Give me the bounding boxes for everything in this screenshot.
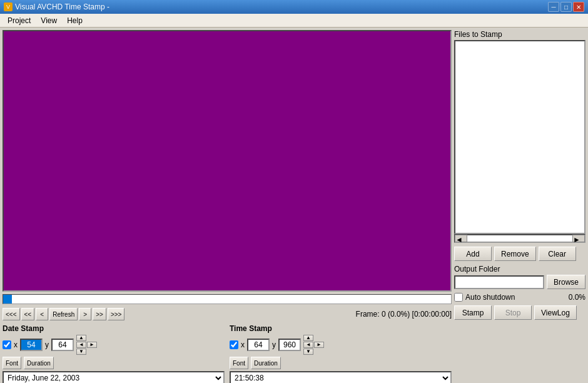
files-list[interactable]	[454, 40, 585, 234]
auto-shutdown-row: Auto shutdown 0.0%	[454, 293, 585, 302]
menu-help[interactable]: Help	[62, 15, 88, 26]
scroll-track[interactable]	[467, 235, 572, 242]
maximize-button[interactable]: □	[560, 2, 572, 12]
time-stamp-y-label: y	[272, 340, 276, 349]
date-stamp-right-btn[interactable]: ►	[87, 342, 97, 348]
time-stamp-up-btn[interactable]: ▲	[303, 335, 313, 341]
time-stamp-row3: 21:50:38	[230, 371, 452, 383]
date-stamp-row1: x y ▲ ◄ ► ▼	[3, 335, 225, 355]
time-stamp-row2: Font Duration	[230, 357, 452, 369]
date-stamp-y-input[interactable]	[51, 339, 74, 351]
title-text: Visual AVCHD Time Stamp -	[15, 3, 109, 11]
date-stamp-down-btn[interactable]: ▼	[76, 349, 86, 355]
main-container: <<< << < Refresh > >> >>> Frame: 0 (0.0%…	[0, 28, 588, 383]
menu-project[interactable]: Project	[3, 15, 36, 26]
time-stamp-y-input[interactable]	[278, 339, 301, 351]
horiz-scrollbar[interactable]: ◄ ►	[454, 234, 585, 243]
close-button[interactable]: ✕	[573, 2, 584, 12]
viewlog-button[interactable]: ViewLog	[534, 305, 577, 320]
time-stamp-checkbox[interactable]	[230, 340, 238, 349]
nav-prev-prev-button[interactable]: <<	[21, 308, 35, 320]
date-stamp-x-label: x	[14, 340, 18, 349]
date-stamp-left-btn[interactable]: ◄	[76, 342, 86, 348]
date-stamp-arrow-group: ▲ ◄ ► ▼	[76, 335, 97, 355]
video-preview	[3, 30, 452, 292]
controls-row: <<< << < Refresh > >> >>> Frame: 0 (0.0%…	[3, 307, 452, 322]
title-bar: V Visual AVCHD Time Stamp - ─ □ ✕	[0, 0, 588, 14]
remove-button[interactable]: Remove	[494, 247, 536, 261]
time-stamp-duration-button[interactable]: Duration	[251, 357, 281, 369]
time-stamp-row1: x y ▲ ◄ ► ▼	[230, 335, 452, 355]
auto-shutdown-checkbox[interactable]	[454, 293, 463, 302]
minimize-button[interactable]: ─	[548, 2, 559, 12]
date-stamp-group: Date Stamp x y ▲ ◄ ► ▼	[3, 324, 225, 380]
left-panel: <<< << < Refresh > >> >>> Frame: 0 (0.0%…	[3, 30, 452, 380]
date-stamp-up-btn[interactable]: ▲	[76, 335, 86, 341]
time-stamp-arrow-group: ▲ ◄ ► ▼	[303, 335, 324, 355]
date-stamp-row2: Font Duration	[3, 357, 225, 369]
output-label: Output Folder	[454, 265, 585, 273]
stop-button[interactable]: Stop	[494, 305, 532, 320]
nav-controls: <<< << < Refresh > >> >>>	[3, 308, 124, 320]
menu-view[interactable]: View	[36, 15, 62, 26]
scroll-right-btn[interactable]: ►	[572, 235, 585, 242]
files-label: Files to Stamp	[454, 30, 585, 39]
output-row: Browse	[454, 275, 585, 289]
time-stamp-dropdown[interactable]: 21:50:38	[230, 371, 452, 383]
progress-bar-container[interactable]	[3, 294, 452, 304]
date-stamp-x-input[interactable]	[20, 339, 43, 351]
nav-prev-button[interactable]: <	[36, 308, 48, 320]
bottom-buttons-row: Stamp Stop ViewLog	[454, 305, 585, 320]
date-stamp-title: Date Stamp	[3, 324, 225, 333]
time-stamp-right-btn[interactable]: ►	[314, 342, 324, 348]
app-icon: V	[4, 3, 13, 11]
date-stamp-font-button[interactable]: Font	[3, 357, 21, 369]
files-section: Files to Stamp ◄ ►	[454, 30, 585, 243]
nav-last-button[interactable]: >>>	[108, 308, 125, 320]
nav-refresh-button[interactable]: Refresh	[49, 308, 78, 320]
nav-next-button[interactable]: >	[79, 308, 91, 320]
output-section: Output Folder Browse	[454, 265, 585, 289]
time-stamp-lr-row: ◄ ►	[303, 342, 324, 348]
auto-shutdown-label: Auto shutdown	[465, 293, 515, 302]
time-stamp-group: Time Stamp x y ▲ ◄ ► ▼	[230, 324, 452, 380]
browse-button[interactable]: Browse	[547, 275, 585, 289]
time-stamp-font-button[interactable]: Font	[230, 357, 248, 369]
files-buttons: Add Remove Clear	[454, 247, 585, 261]
menu-bar: Project View Help	[0, 14, 588, 28]
time-stamp-down-btn[interactable]: ▼	[303, 349, 313, 355]
date-stamp-y-label: y	[45, 340, 49, 349]
nav-next-next-button[interactable]: >>	[93, 308, 106, 320]
scroll-left-btn[interactable]: ◄	[455, 235, 467, 242]
stamp-button[interactable]: Stamp	[454, 305, 492, 320]
time-stamp-left-btn[interactable]: ◄	[303, 342, 313, 348]
time-stamp-title: Time Stamp	[230, 324, 452, 333]
time-stamp-x-label: x	[241, 340, 245, 349]
nav-first-button[interactable]: <<<	[3, 308, 20, 320]
time-stamp-x-input[interactable]	[247, 339, 270, 351]
progress-bar-fill	[3, 295, 12, 304]
clear-button[interactable]: Clear	[539, 247, 576, 261]
date-stamp-dropdown[interactable]: Friday, June 22, 2003	[3, 371, 225, 383]
output-folder-input[interactable]	[454, 275, 544, 289]
frame-info: Frame: 0 (0.0%) [0:00:00:00]	[356, 310, 452, 319]
right-panel: Files to Stamp ◄ ► Add Remove Clear Outp…	[454, 30, 585, 380]
date-stamp-duration-button[interactable]: Duration	[24, 357, 54, 369]
title-bar-left: V Visual AVCHD Time Stamp -	[4, 3, 109, 11]
date-stamp-row3: Friday, June 22, 2003	[3, 371, 225, 383]
stamp-area: Date Stamp x y ▲ ◄ ► ▼	[3, 324, 452, 380]
add-button[interactable]: Add	[454, 247, 492, 261]
progress-pct: 0.0%	[569, 293, 585, 302]
title-bar-buttons: ─ □ ✕	[548, 2, 584, 12]
date-stamp-checkbox[interactable]	[3, 340, 11, 349]
date-stamp-lr-row: ◄ ►	[76, 342, 97, 348]
